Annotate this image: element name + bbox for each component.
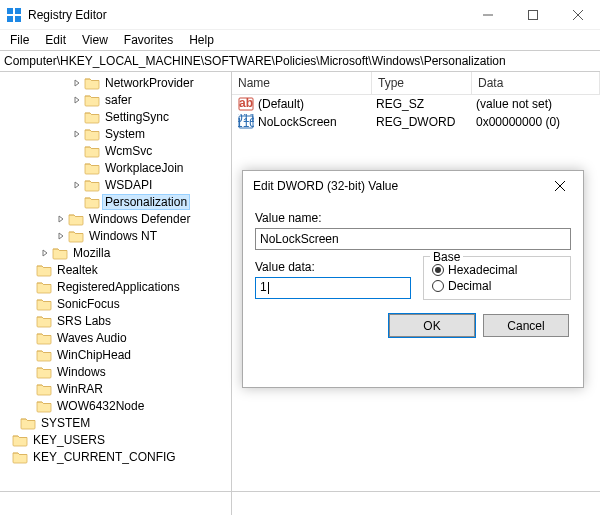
value-name-label: Value name: xyxy=(255,211,571,225)
dialog-titlebar[interactable]: Edit DWORD (32-bit) Value xyxy=(243,171,583,201)
tree-item[interactable]: safer xyxy=(0,91,231,108)
tree-item-label: SonicFocus xyxy=(55,297,122,311)
tree-item-label: WinRAR xyxy=(55,382,105,396)
value-data-input[interactable]: 1 xyxy=(255,277,411,299)
folder-icon xyxy=(12,450,28,464)
menu-file[interactable]: File xyxy=(2,31,37,49)
svg-rect-2 xyxy=(7,16,13,22)
dialog-close-button[interactable] xyxy=(545,178,575,194)
expand-closed-icon[interactable] xyxy=(72,181,82,189)
tree-item[interactable]: SYSTEM xyxy=(0,414,231,431)
cell-type: REG_SZ xyxy=(376,97,476,111)
base-label: Base xyxy=(430,250,463,264)
address-bar[interactable]: Computer\HKEY_LOCAL_MACHINE\SOFTWARE\Pol… xyxy=(0,50,600,72)
tree-item[interactable]: NetworkProvider xyxy=(0,74,231,91)
cell-data: (value not set) xyxy=(476,97,600,111)
tree-item-label: WSDAPI xyxy=(103,178,154,192)
close-button[interactable] xyxy=(555,0,600,30)
folder-icon xyxy=(36,399,52,413)
expand-closed-icon[interactable] xyxy=(56,232,66,240)
dialog-title: Edit DWORD (32-bit) Value xyxy=(253,179,545,193)
tree-item[interactable]: WinRAR xyxy=(0,380,231,397)
expand-closed-icon[interactable] xyxy=(72,130,82,138)
svg-rect-1 xyxy=(15,8,21,14)
menu-help[interactable]: Help xyxy=(181,31,222,49)
tree-item[interactable]: Windows Defender xyxy=(0,210,231,227)
column-header-name[interactable]: Name xyxy=(232,72,372,94)
menu-edit[interactable]: Edit xyxy=(37,31,74,49)
cancel-button[interactable]: Cancel xyxy=(483,314,569,337)
tree-item-label: Mozilla xyxy=(71,246,112,260)
tree-item[interactable]: System xyxy=(0,125,231,142)
edit-dword-dialog: Edit DWORD (32-bit) Value Value name: Va… xyxy=(242,170,584,388)
folder-icon xyxy=(84,144,100,158)
app-icon xyxy=(6,7,22,23)
tree-item[interactable]: Windows NT xyxy=(0,227,231,244)
radio-hexadecimal[interactable]: Hexadecimal xyxy=(432,263,562,277)
folder-icon xyxy=(36,297,52,311)
list-row[interactable]: ab(Default)REG_SZ(value not set) xyxy=(232,95,600,113)
tree-item[interactable]: Windows xyxy=(0,363,231,380)
tree-item-label: Windows NT xyxy=(87,229,159,243)
tree-item[interactable]: Realtek xyxy=(0,261,231,278)
radio-icon xyxy=(432,264,444,276)
radio-decimal[interactable]: Decimal xyxy=(432,279,562,293)
tree-item-label: safer xyxy=(103,93,134,107)
tree-item[interactable]: Personalization xyxy=(0,193,231,210)
maximize-button[interactable] xyxy=(510,0,555,30)
cell-data: 0x00000000 (0) xyxy=(476,115,600,129)
tree-item[interactable]: WOW6432Node xyxy=(0,397,231,414)
tree-pane[interactable]: NetworkProvidersaferSettingSyncSystemWcm… xyxy=(0,72,232,491)
folder-icon xyxy=(36,314,52,328)
tree-item[interactable]: SonicFocus xyxy=(0,295,231,312)
folder-icon xyxy=(52,246,68,260)
tree-item[interactable]: SRS Labs xyxy=(0,312,231,329)
svg-rect-5 xyxy=(528,10,537,19)
folder-icon xyxy=(68,229,84,243)
menu-favorites[interactable]: Favorites xyxy=(116,31,181,49)
tree-item[interactable]: Waves Audio xyxy=(0,329,231,346)
statusbar xyxy=(0,491,600,515)
expand-closed-icon[interactable] xyxy=(72,96,82,104)
tree-item[interactable]: KEY_USERS xyxy=(0,431,231,448)
minimize-button[interactable] xyxy=(465,0,510,30)
tree-item-label: WcmSvc xyxy=(103,144,154,158)
reg-string-icon: ab xyxy=(238,96,254,112)
base-group: Base Hexadecimal Decimal xyxy=(423,256,571,300)
folder-icon xyxy=(84,110,100,124)
tree-item-label: Waves Audio xyxy=(55,331,129,345)
list-row[interactable]: 011110NoLockScreenREG_DWORD0x00000000 (0… xyxy=(232,113,600,131)
tree-item[interactable]: KEY_CURRENT_CONFIG xyxy=(0,448,231,465)
tree-item-label: Personalization xyxy=(103,195,189,209)
tree-item-label: SYSTEM xyxy=(39,416,92,430)
column-header-data[interactable]: Data xyxy=(472,72,600,94)
tree-item-label: System xyxy=(103,127,147,141)
tree-item[interactable]: WcmSvc xyxy=(0,142,231,159)
cell-name: NoLockScreen xyxy=(258,115,376,129)
statusbar-left xyxy=(0,492,232,515)
tree-item-label: NetworkProvider xyxy=(103,76,196,90)
expand-closed-icon[interactable] xyxy=(56,215,66,223)
tree-item-label: KEY_USERS xyxy=(31,433,107,447)
svg-text:110: 110 xyxy=(238,116,254,130)
ok-button[interactable]: OK xyxy=(389,314,475,337)
list-header: Name Type Data xyxy=(232,72,600,95)
folder-icon xyxy=(84,161,100,175)
expand-closed-icon[interactable] xyxy=(40,249,50,257)
folder-icon xyxy=(12,433,28,447)
folder-icon xyxy=(84,76,100,90)
value-name-input[interactable] xyxy=(255,228,571,250)
column-header-type[interactable]: Type xyxy=(372,72,472,94)
tree-item[interactable]: WSDAPI xyxy=(0,176,231,193)
tree-item[interactable]: RegisteredApplications xyxy=(0,278,231,295)
reg-binary-icon: 011110 xyxy=(238,114,254,130)
expand-closed-icon[interactable] xyxy=(72,79,82,87)
tree-item[interactable]: SettingSync xyxy=(0,108,231,125)
folder-icon xyxy=(84,178,100,192)
tree-item[interactable]: Mozilla xyxy=(0,244,231,261)
tree-item[interactable]: WorkplaceJoin xyxy=(0,159,231,176)
value-data-label: Value data: xyxy=(255,260,411,274)
folder-icon xyxy=(84,93,100,107)
tree-item[interactable]: WinChipHead xyxy=(0,346,231,363)
menu-view[interactable]: View xyxy=(74,31,116,49)
